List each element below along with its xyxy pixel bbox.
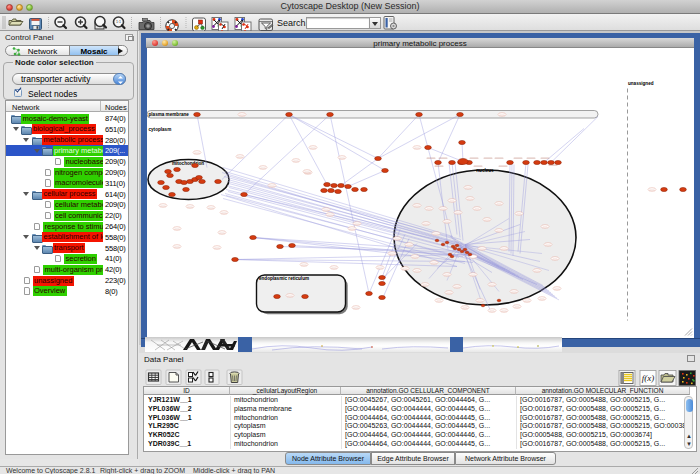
svg-text:nucleus: nucleus bbox=[476, 168, 494, 173]
svg-text:plasma membrane: plasma membrane bbox=[149, 112, 190, 117]
svg-text:mitochondrion: mitochondrion bbox=[172, 161, 204, 166]
svg-text:endoplasmic reticulum: endoplasmic reticulum bbox=[259, 276, 309, 281]
svg-text:cytoplasm: cytoplasm bbox=[149, 127, 172, 132]
svg-text:1:1: 1:1 bbox=[116, 20, 121, 24]
svg-text:f(x): f(x) bbox=[642, 373, 655, 383]
svg-text:unassigned: unassigned bbox=[628, 81, 654, 86]
